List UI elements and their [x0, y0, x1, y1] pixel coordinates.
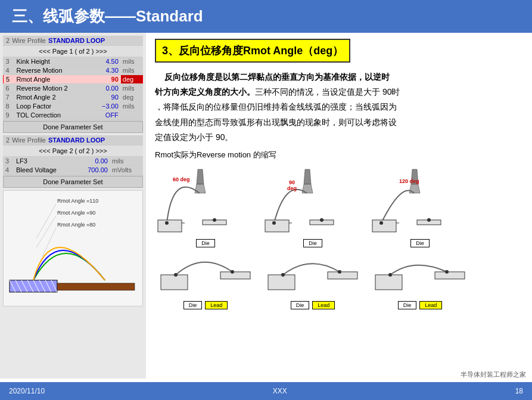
svg-line-3: [36, 216, 56, 247]
arc-diagram-120deg: 120 deg Die: [369, 166, 471, 247]
die-lead-row: Die Lead: [183, 300, 228, 309]
wire-profile-header-2: 2 Wire Profile STANDARD LOOP: [3, 135, 143, 145]
svg-marker-34: [409, 184, 420, 193]
footer-date: 2020/11/10: [9, 387, 45, 395]
svg-text:90: 90: [289, 179, 295, 185]
svg-point-32: [320, 218, 323, 222]
left-panel: 2 Wire Profile STANDARD LOOP <<< Page 1 …: [0, 33, 146, 379]
svg-text:Rmot Angle =80: Rmot Angle =80: [57, 222, 95, 228]
done-parameter-set-btn-2[interactable]: Done Parameter Set: [3, 176, 143, 188]
arc-diagrams-top: 60 deg Die: [155, 166, 523, 247]
svg-point-52: [445, 270, 449, 274]
arc-svg-bottom-3: [369, 251, 471, 299]
description-text: 反向位移角度是以第二焊黏点的垂直方向为基准依据，以逆时 针方向来定义角度的大小。…: [155, 70, 523, 145]
wire-profile-header-1: 2 Wire Profile STANDARD LOOP: [3, 36, 143, 45]
wire-profile-label-2: Wire Profile: [12, 137, 46, 144]
page-nav-2[interactable]: <<< Page 2 ( of 2 ) >>>: [3, 145, 143, 157]
wire-profile-label: Wire Profile: [12, 37, 46, 44]
table-row: 6 Reverse Motion 2 0.00 mils: [4, 84, 143, 93]
table-row: 3 LF3 0.00 mils: [3, 157, 143, 166]
svg-point-22: [165, 221, 169, 225]
arc-svg-60: 60 deg: [155, 166, 256, 238]
standard-loop-label-2: STANDARD LOOP: [48, 137, 105, 144]
die-label-bottom: Die: [183, 301, 203, 309]
arc-svg-120: 120 deg: [369, 166, 471, 238]
svg-point-31: [272, 221, 276, 225]
svg-rect-29: [265, 220, 289, 232]
svg-point-40: [427, 218, 431, 222]
svg-rect-49: [375, 275, 402, 290]
svg-rect-46: [328, 272, 357, 279]
die-label: Die: [410, 239, 430, 247]
svg-point-48: [338, 270, 341, 274]
arc-svg-90: 90 deg: [262, 166, 363, 238]
arc-diagram-60deg: 60 deg Die: [155, 166, 256, 247]
lead-label: Lead: [312, 301, 335, 309]
svg-rect-45: [268, 275, 295, 290]
main-content: 2 Wire Profile STANDARD LOOP <<< Page 1 …: [0, 33, 532, 379]
svg-text:deg: deg: [287, 185, 297, 191]
page-header: 三、线弧参数——Standard: [0, 0, 532, 33]
svg-rect-15: [57, 283, 135, 290]
svg-point-43: [174, 273, 178, 277]
svg-rect-37: [372, 220, 396, 232]
left-wire-diagram: Rmot Angle =110 Rmot Angle =90 Rmot Angl…: [3, 190, 143, 306]
svg-text:60 deg: 60 deg: [173, 176, 190, 182]
arc-diagram-bottom-2: Die Lead: [262, 251, 363, 309]
arc-diagram-90deg: 90 deg Die: [262, 166, 363, 247]
svg-rect-42: [220, 272, 250, 279]
svg-point-51: [388, 273, 392, 277]
svg-line-1: [36, 204, 56, 238]
standard-loop-label: STANDARD LOOP: [48, 37, 105, 44]
die-lead-row: Die Lead: [398, 300, 443, 309]
die-label-bottom: Die: [291, 301, 310, 309]
rmot-note: Rmot实际为Reverse motion 的缩写: [155, 150, 523, 160]
done-parameter-set-btn-1[interactable]: Done Parameter Set: [3, 121, 143, 133]
die-label: Die: [303, 239, 322, 247]
right-panel: 3、反向位移角度Rmot Angle（deg） 反向位移角度是以第二焊黏点的垂直…: [146, 33, 532, 379]
svg-text:Rmot Angle =90: Rmot Angle =90: [57, 210, 95, 216]
wire-arc-svg: Rmot Angle =110 Rmot Angle =90 Rmot Angl…: [4, 191, 143, 306]
svg-rect-50: [435, 272, 465, 279]
svg-text:120 deg: 120 deg: [399, 178, 419, 184]
table-row-highlighted: 5 Rmot Angle 90 deg: [4, 75, 143, 84]
table-row: 8 Loop Factor −3.00 mils: [4, 102, 143, 111]
lead-label: Lead: [205, 301, 228, 309]
svg-rect-20: [158, 220, 182, 232]
arc-diagram-bottom-1: Die Lead: [155, 251, 256, 309]
arc-svg-bottom-1: [155, 251, 256, 299]
footer-code: XXX: [273, 387, 287, 395]
wire-profile-section-2: 2 Wire Profile STANDARD LOOP <<< Page 2 …: [3, 135, 143, 188]
wire-profile-section-1: 2 Wire Profile STANDARD LOOP <<< Page 1 …: [3, 36, 143, 133]
svg-marker-16: [197, 169, 204, 184]
table-row: 7 Rmot Angle 2 90 deg: [4, 93, 143, 102]
svg-point-39: [379, 221, 383, 225]
die-lead-row: Die Lead: [291, 300, 335, 309]
param-table-2: 3 LF3 0.00 mils 4 Bleed Voltage 700.00 m…: [3, 157, 143, 175]
table-row: 4 Reverse Motion 4.30 mils: [4, 66, 143, 75]
arc-diagram-bottom-3: Die Lead: [369, 251, 471, 309]
arc-diagrams-bottom: Die Lead Die: [155, 251, 523, 309]
section-title: 3、反向位移角度Rmot Angle（deg）: [155, 39, 350, 63]
param-table-1: 3 Kink Height 4.50 mils 4 Reverse Motion…: [3, 57, 143, 120]
svg-point-23: [213, 218, 216, 222]
footer-page: 18: [515, 387, 523, 395]
watermark: 半导体封装工程师之家: [461, 370, 526, 379]
svg-rect-41: [161, 275, 188, 290]
svg-marker-17: [195, 184, 206, 193]
table-row: 3 Kink Height 4.50 mils: [4, 57, 143, 66]
die-label: Die: [196, 239, 215, 247]
die-label-bottom: Die: [398, 301, 417, 309]
table-row: 9 TOL Correction OFF: [4, 111, 143, 120]
svg-text:Rmot Angle =110: Rmot Angle =110: [57, 198, 98, 204]
page-title: 三、线弧参数——Standard: [12, 6, 203, 27]
svg-point-44: [231, 270, 234, 274]
page-nav-1[interactable]: <<< Page 1 ( of 2 ) >>>: [3, 45, 143, 57]
svg-point-47: [281, 273, 285, 277]
table-row: 4 Bleed Voltage 700.00 mVolts: [3, 166, 143, 175]
page-footer: 2020/11/10 XXX 18: [0, 382, 532, 400]
lead-label: Lead: [419, 301, 442, 309]
svg-marker-24: [304, 169, 311, 184]
arc-svg-bottom-2: [262, 251, 363, 299]
